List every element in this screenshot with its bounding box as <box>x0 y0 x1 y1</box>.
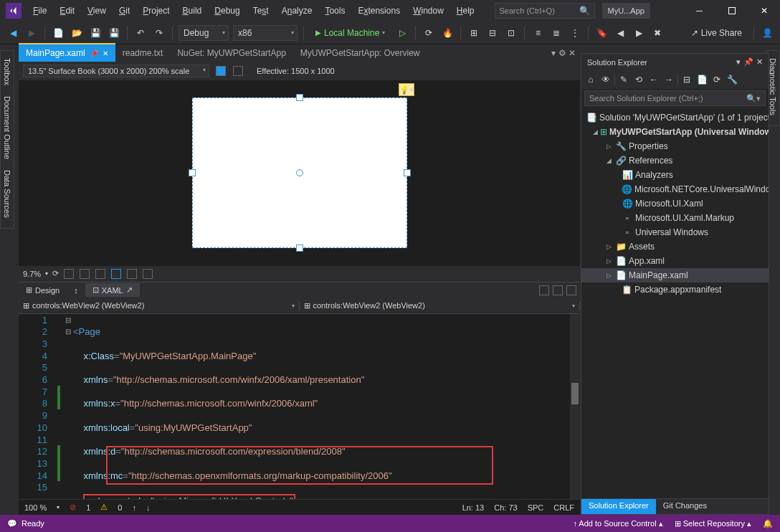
pin-icon[interactable]: 📌 <box>743 57 753 67</box>
auto-hide-icon[interactable]: ▾ <box>736 57 741 67</box>
split-v-icon[interactable] <box>553 285 563 295</box>
liveshare-button[interactable]: ↗ Live Share <box>685 28 748 38</box>
nav-scope[interactable]: ⊞ controls:WebView2 (WebView2) <box>19 301 300 310</box>
scrollbar[interactable] <box>570 314 580 500</box>
data-sources-tab[interactable]: Data Sources <box>3 167 11 221</box>
toolbox-tab[interactable]: Toolbox <box>3 55 11 88</box>
open-icon[interactable]: 📂 <box>70 26 84 40</box>
back-icon[interactable]: ← <box>647 75 660 85</box>
tree-references[interactable]: ◢🔗References <box>581 153 769 168</box>
switch-view-icon[interactable]: 👁 <box>599 75 612 85</box>
tree-properties[interactable]: ▷🔧Properties <box>581 139 769 153</box>
save-all-icon[interactable]: 💾 <box>107 26 121 40</box>
effects-icon[interactable] <box>111 269 121 279</box>
redo-icon[interactable]: ↷ <box>152 26 166 40</box>
resize-handle-top[interactable] <box>296 94 303 101</box>
account-icon[interactable]: 👤 <box>760 26 774 40</box>
orient-landscape-icon[interactable] <box>216 66 226 76</box>
close-icon[interactable]: ✕ <box>103 49 108 57</box>
play-noDebug-icon[interactable]: ▷ <box>395 26 409 40</box>
tree-appxaml[interactable]: ▷📄App.xaml <box>581 254 769 268</box>
tree-mainpage[interactable]: ▷📄MainPage.xaml <box>581 268 769 282</box>
solution-tree[interactable]: 📑Solution 'MyUWPGetStartApp' (1 of 1 pro… <box>581 108 769 498</box>
menu-tools[interactable]: Tools <box>319 2 351 19</box>
close-icon[interactable]: ✕ <box>756 57 763 67</box>
tb-icon-6[interactable]: ≡ <box>531 26 545 40</box>
resize-handle-left[interactable] <box>189 169 196 176</box>
prev-issue-icon[interactable]: ↑ <box>132 503 136 512</box>
grid-icon[interactable] <box>64 269 74 279</box>
menu-edit[interactable]: Edit <box>54 2 80 19</box>
device-dropdown[interactable]: 13.5" Surface Book (3000 x 2000) 200% sc… <box>23 65 209 77</box>
menu-project[interactable]: Project <box>137 2 175 19</box>
forward-icon[interactable]: ▶ <box>24 26 39 40</box>
tb-icon-1[interactable]: ⟳ <box>422 26 436 40</box>
feedback-icon[interactable]: 💬 <box>7 519 17 528</box>
back-icon[interactable]: ◀ <box>6 26 20 40</box>
col-indicator[interactable]: Ch: 73 <box>494 503 517 512</box>
undo-icon[interactable]: ↶ <box>133 26 148 40</box>
search-input[interactable]: Search (Ctrl+Q) 🔍 <box>495 3 595 19</box>
properties-icon[interactable]: 🔧 <box>726 75 738 85</box>
tree-project[interactable]: ◢⊞MyUWPGetStartApp (Universal Windows) <box>581 125 769 139</box>
close-button[interactable]: ✕ <box>748 0 780 22</box>
snap-icon[interactable] <box>80 269 90 279</box>
new-item-icon[interactable]: 📄 <box>51 26 65 40</box>
menu-extensions[interactable]: Extensions <box>352 2 406 19</box>
fwd-icon[interactable]: → <box>662 75 675 85</box>
tree-uixamlmarkup[interactable]: ▫Microsoft.UI.Xaml.Markup <box>581 211 769 225</box>
maximize-button[interactable] <box>715 0 748 22</box>
tb-icon-9[interactable]: 🔖 <box>594 26 609 40</box>
tb-icon-3[interactable]: ⊞ <box>467 26 481 40</box>
split-h-icon[interactable] <box>539 285 549 295</box>
menu-git[interactable]: Git <box>113 2 135 19</box>
tab-solution-explorer[interactable]: Solution Explorer <box>581 499 656 514</box>
run-button[interactable]: ▶ Local Machine ▾ <box>310 25 391 41</box>
xaml-mode-button[interactable]: ⊡ XAML ↗ <box>85 283 140 297</box>
fit-icon[interactable]: ⟳ <box>52 269 59 278</box>
swap-panes-button[interactable]: ↕ <box>67 284 85 297</box>
document-outline-tab[interactable]: Document Outline <box>3 93 11 162</box>
tab-nuget[interactable]: NuGet: MyUWPGetStartApp <box>170 44 292 62</box>
tb-icon-12[interactable]: ✖ <box>650 26 665 40</box>
solution-search-input[interactable]: Search Solution Explorer (Ctrl+;) 🔍▾ <box>584 90 766 106</box>
notifications-icon[interactable]: 🔔 <box>763 519 773 528</box>
line-indicator[interactable]: Ln: 13 <box>462 503 485 512</box>
collapse-icon[interactable] <box>566 285 576 295</box>
collapse-all-icon[interactable]: ⊟ <box>680 75 693 85</box>
warning-icon[interactable]: ⚠ <box>100 503 108 512</box>
home-icon[interactable]: ⌂ <box>584 75 597 85</box>
tab-overview[interactable]: MyUWPGetStartApp: Overview <box>293 44 427 62</box>
tb-icon-10[interactable]: ◀ <box>613 26 627 40</box>
menu-window[interactable]: Window <box>407 2 450 19</box>
menu-test[interactable]: Test <box>247 2 275 19</box>
menu-file[interactable]: File <box>27 2 52 19</box>
add-source-control-button[interactable]: ↑ Add to Source Control ▴ <box>573 519 662 528</box>
effects3-icon[interactable] <box>143 269 153 279</box>
tb-icon-7[interactable]: ≣ <box>549 26 563 40</box>
platform-dropdown[interactable]: x86 <box>233 25 298 41</box>
snap2-icon[interactable] <box>95 269 105 279</box>
design-mode-button[interactable]: ⊞ Design <box>19 283 67 297</box>
tb-icon-5[interactable]: ⊡ <box>504 26 518 40</box>
fold-gutter[interactable]: ⊟⊟ <box>63 314 73 500</box>
code-content[interactable]: <Page x:Class="MyUWPGetStartApp.MainPage… <box>73 314 580 500</box>
tree-analyzers[interactable]: 📊Analyzers <box>581 168 769 182</box>
minimize-button[interactable]: ─ <box>683 0 715 22</box>
tab-readme[interactable]: readme.txt <box>115 44 171 62</box>
tb-icon-2[interactable]: 🔥 <box>440 26 455 40</box>
page-artboard[interactable] <box>192 98 407 248</box>
pending-icon[interactable]: ✎ <box>617 75 630 85</box>
menu-help[interactable]: Help <box>451 2 480 19</box>
design-surface[interactable]: 💡▾ <box>19 80 580 266</box>
tab-git-changes[interactable]: Git Changes <box>656 499 714 514</box>
error-icon[interactable]: ⊘ <box>70 503 76 512</box>
tab-overflow[interactable]: ▾ ⚙ ✕ <box>547 44 580 62</box>
tree-netcore[interactable]: 🌐Microsoft.NETCore.UniversalWindowsPlatf… <box>581 182 769 196</box>
code-editor[interactable]: 123456789101112131415 ⊟⊟ <Page x:Class="… <box>19 314 580 500</box>
tb-icon-8[interactable]: ⋮ <box>568 26 582 40</box>
save-icon[interactable]: 💾 <box>88 26 103 40</box>
resize-handle-bottom[interactable] <box>296 244 303 252</box>
menu-view[interactable]: View <box>82 2 112 19</box>
indent-indicator[interactable]: SPC <box>528 503 544 512</box>
